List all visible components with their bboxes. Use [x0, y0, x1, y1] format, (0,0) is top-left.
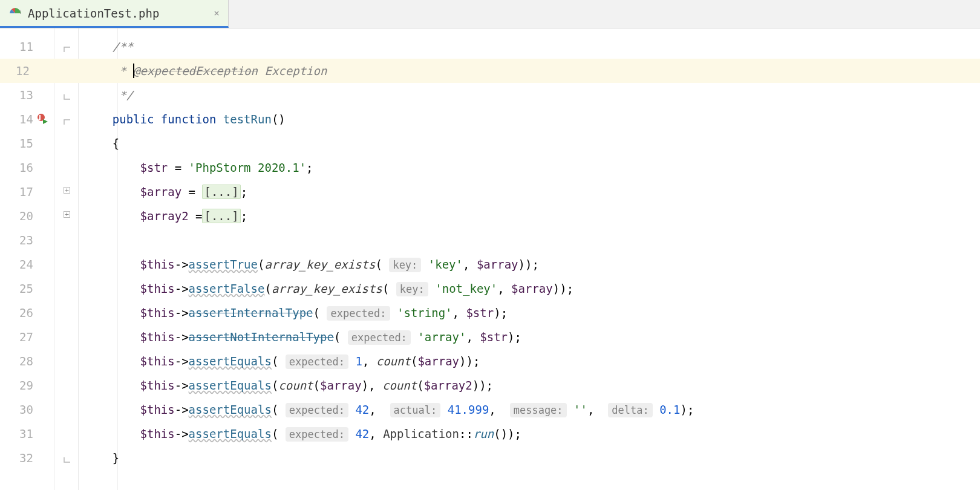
line-number: 29: [0, 373, 33, 397]
param-hint: actual:: [390, 403, 441, 417]
line-number: 16: [0, 155, 33, 180]
param-hint: delta:: [608, 403, 652, 417]
line-number: 25: [0, 276, 33, 301]
code-line: $str = 'PhpStorm 2020.1';: [79, 155, 980, 180]
close-tab-icon[interactable]: ×: [214, 7, 220, 19]
php-file-icon: [8, 7, 22, 20]
folded-region[interactable]: [...]: [202, 209, 240, 223]
code-line: $array = [...];: [79, 180, 980, 204]
code-area[interactable]: /** * @expectedException Exception */ pu…: [79, 28, 980, 490]
tab-bar: ApplicationTest.php ×: [0, 0, 980, 28]
code-line: */: [79, 83, 980, 107]
code-line: $this->assertEquals(count($array), count…: [79, 373, 980, 397]
param-hint: expected:: [286, 403, 348, 417]
fold-marker-icon[interactable]: [64, 114, 73, 124]
code-line: /**: [79, 34, 980, 59]
param-hint: key:: [389, 258, 421, 272]
line-number: 24: [0, 252, 33, 276]
line-number: 17: [0, 180, 33, 204]
line-number: 20: [0, 204, 33, 228]
text-caret: [133, 64, 134, 78]
folded-region[interactable]: [...]: [202, 185, 240, 199]
gutter: 11 12 13 14 15 16 17 20 23 24 25 26 27 2…: [0, 28, 79, 490]
line-number: 32: [0, 446, 33, 470]
line-number: 30: [0, 397, 33, 422]
fold-expand-icon[interactable]: +: [64, 211, 73, 221]
line-number: 28: [0, 349, 33, 373]
line-number: 12: [0, 59, 79, 83]
line-number: 26: [0, 301, 33, 325]
param-hint: key:: [396, 282, 428, 296]
line-number: 14: [0, 107, 33, 131]
fold-marker-icon[interactable]: [64, 90, 73, 100]
code-line: [79, 228, 980, 252]
file-tab[interactable]: ApplicationTest.php ×: [0, 0, 229, 28]
line-number: 27: [0, 325, 33, 349]
code-line: $this->assertTrue(array_key_exists( key:…: [79, 252, 980, 276]
param-hint: expected:: [286, 427, 348, 442]
code-line: $this->assertEquals( expected: 1, count(…: [79, 349, 980, 373]
fold-marker-icon[interactable]: [64, 42, 73, 51]
editor-area: 11 12 13 14 15 16 17 20 23 24 25 26 27 2…: [0, 28, 980, 490]
code-line: $array2 =[...];: [79, 204, 980, 228]
line-number: 31: [0, 422, 33, 446]
param-hint: expected:: [286, 354, 348, 369]
code-line: $this->assertInternalType( expected: 'st…: [79, 301, 980, 325]
line-number: 11: [0, 34, 33, 59]
fold-expand-icon[interactable]: +: [64, 187, 73, 197]
code-line: $this->assertFalse(array_key_exists( key…: [79, 276, 980, 301]
line-number: 15: [0, 131, 33, 155]
param-hint: message:: [510, 403, 567, 417]
param-hint: expected:: [348, 330, 411, 345]
run-test-icon[interactable]: [36, 113, 50, 126]
code-line: $this->assertNotInternalType( expected: …: [79, 325, 980, 349]
code-line: $this->assertEquals( expected: 42, actua…: [79, 397, 980, 422]
code-line: * @expectedException Exception: [79, 59, 980, 83]
code-line: {: [79, 131, 980, 155]
tab-filename: ApplicationTest.php: [28, 7, 159, 20]
fold-marker-icon[interactable]: [64, 453, 73, 463]
code-line: public function testRun(): [79, 107, 980, 131]
line-number: 13: [0, 83, 33, 107]
code-line: $this->assertEquals( expected: 42, Appli…: [79, 422, 980, 446]
line-number: 23: [0, 228, 33, 252]
code-line: }: [79, 446, 980, 470]
param-hint: expected:: [327, 306, 390, 321]
